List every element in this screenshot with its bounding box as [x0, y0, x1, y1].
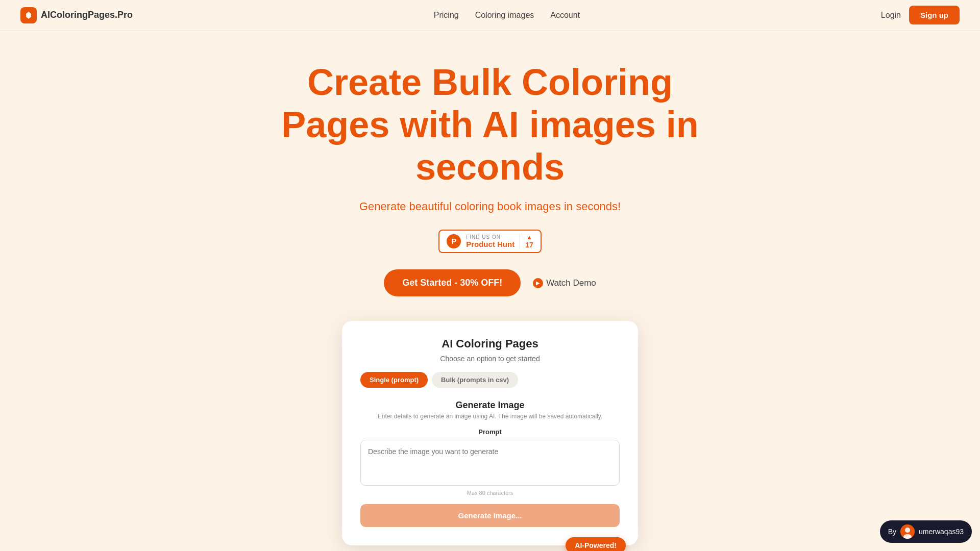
nav-logo[interactable]: AIColoringPages.Pro: [20, 7, 133, 23]
logo-icon: [20, 7, 37, 23]
ph-count: ▲ 17: [520, 234, 533, 249]
navbar: AIColoringPages.Pro Pricing Coloring ima…: [0, 0, 980, 31]
get-started-button[interactable]: Get Started - 30% OFF!: [384, 269, 521, 296]
attribution-username: umerwaqas93: [919, 528, 964, 536]
app-card-choose: Choose an option to get started: [360, 355, 620, 363]
app-preview-card: AI Coloring Pages Choose an option to ge…: [342, 321, 638, 545]
attribution-by: By: [888, 528, 896, 536]
nav-link-account[interactable]: Account: [550, 11, 580, 19]
nav-links: Pricing Coloring images Account: [434, 11, 580, 20]
login-button[interactable]: Login: [881, 11, 901, 20]
nav-actions: Login Sign up: [881, 6, 960, 24]
ph-text: FIND US ON Product Hunt: [466, 234, 514, 248]
ph-arrow-icon: ▲: [526, 234, 532, 241]
watch-demo-button[interactable]: ▶ Watch Demo: [533, 278, 596, 288]
nav-link-pricing[interactable]: Pricing: [434, 11, 459, 19]
prompt-textarea[interactable]: [360, 440, 620, 486]
generate-section-title: Generate Image: [360, 400, 620, 411]
hero-title: Create Bulk Coloring Pages with AI image…: [260, 61, 720, 188]
svg-point-0: [27, 14, 30, 17]
generate-section-desc: Enter details to generate an image using…: [360, 413, 620, 420]
tab-bulk-csv[interactable]: Bulk (prompts in csv): [432, 372, 518, 388]
signup-button[interactable]: Sign up: [909, 6, 960, 24]
app-card-title: AI Coloring Pages: [360, 337, 620, 350]
generate-button[interactable]: Generate Image...: [360, 504, 620, 527]
play-icon: ▶: [533, 278, 543, 288]
tab-single-prompt[interactable]: Single (prompt): [360, 372, 428, 388]
tab-row: Single (prompt) Bulk (prompts in csv): [360, 372, 620, 388]
prompt-label: Prompt: [360, 428, 620, 436]
nav-link-coloring[interactable]: Coloring images: [475, 11, 534, 19]
product-hunt-badge[interactable]: P FIND US ON Product Hunt ▲ 17: [438, 230, 542, 253]
ph-find-label: FIND US ON: [466, 234, 501, 240]
svg-point-2: [905, 528, 910, 533]
hero-subtitle: Generate beautiful coloring book images …: [359, 200, 621, 213]
watch-demo-label: Watch Demo: [546, 278, 596, 288]
ph-number: 17: [525, 241, 533, 249]
logo-text: AIColoringPages.Pro: [41, 10, 133, 20]
ai-powered-badge: AI-Powered!: [566, 537, 626, 551]
ph-p-letter: P: [452, 237, 456, 245]
char-limit: Max 80 characters: [360, 490, 620, 496]
hero-section: Create Bulk Coloring Pages with AI image…: [0, 31, 980, 551]
ph-name: Product Hunt: [466, 240, 514, 248]
ph-logo: P: [447, 234, 461, 248]
attribution-avatar: [900, 524, 915, 539]
cta-row: Get Started - 30% OFF! ▶ Watch Demo: [384, 269, 596, 296]
attribution-bar: By umerwaqas93: [880, 520, 972, 543]
